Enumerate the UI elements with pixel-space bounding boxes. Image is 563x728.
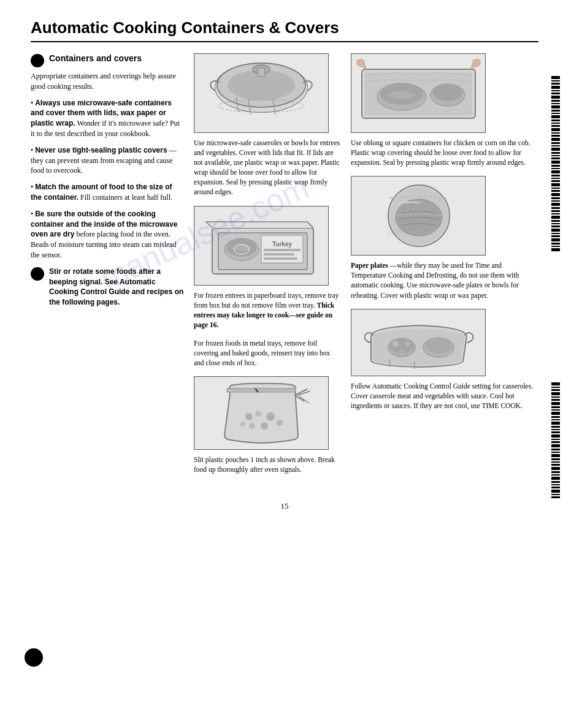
bar (551, 86, 560, 89)
page: Automatic Cooking Containers & Covers Co… (0, 0, 563, 728)
bar (551, 128, 560, 131)
circle-container-image: manualsee (351, 176, 486, 256)
middle-caption-2c: For frozen foods in metal trays, remove … (194, 338, 341, 368)
bar (551, 229, 560, 232)
bar (551, 426, 560, 428)
bar (551, 235, 560, 237)
bar (551, 213, 560, 214)
svg-rect-12 (264, 253, 294, 256)
circle-svg: manualsee (353, 180, 484, 252)
casserole2-svg (353, 312, 484, 373)
bar (551, 406, 560, 408)
bar (551, 494, 560, 495)
bar (551, 119, 560, 121)
bullet5-text: Stir or rotate some foods after a beepin… (49, 267, 183, 306)
bullet-point-1: • Always use microwave-safe containers a… (31, 98, 184, 139)
bar (551, 207, 560, 209)
bar (551, 481, 560, 483)
bar (551, 422, 560, 425)
bag-svg (200, 380, 323, 446)
svg-rect-11 (264, 249, 301, 251)
section-intro: Appropriate containers and coverings hel… (31, 71, 184, 92)
bar (551, 477, 560, 480)
svg-point-30 (433, 84, 462, 101)
bullet-point-2: • Never use tight-sealing plastic covers… (31, 145, 184, 176)
bar (551, 409, 560, 411)
bar (551, 419, 560, 420)
bar (551, 100, 560, 102)
bar (551, 183, 560, 186)
bar (551, 233, 560, 234)
bar (551, 161, 560, 164)
bar (551, 449, 560, 450)
svg-point-18 (245, 413, 253, 420)
bar (551, 83, 560, 85)
bar (551, 496, 560, 498)
bar (551, 246, 560, 247)
bar (551, 487, 560, 488)
bar (551, 402, 560, 405)
turkey-tray-image: Turkey (194, 206, 329, 286)
bullet-point-3: • Match the amount of food to the size o… (31, 182, 184, 203)
bar (551, 387, 560, 388)
bar (551, 76, 560, 79)
bullet3-text: Fill containers at least half full. (80, 193, 172, 202)
bar (551, 138, 560, 141)
bar (551, 464, 560, 466)
chicken-svg (353, 57, 484, 129)
page-number: 15 (31, 501, 538, 511)
bar (551, 484, 560, 485)
middle-caption-3: Slit plastic pouches 1 inch as shown abo… (194, 455, 341, 474)
casserole2-image (351, 309, 486, 376)
bar (551, 382, 560, 385)
bar (551, 467, 560, 470)
section1-header: Containers and covers (31, 53, 184, 67)
bar (551, 243, 560, 245)
bar (551, 178, 560, 179)
bar (551, 458, 560, 460)
bar (551, 396, 560, 398)
bar (551, 441, 560, 443)
bar (551, 142, 560, 144)
left-column: Containers and covers Appropriate contai… (31, 53, 184, 483)
bar (551, 155, 560, 156)
svg-rect-13 (264, 257, 297, 260)
bar (551, 165, 560, 167)
bar (551, 115, 560, 118)
bar (551, 157, 560, 159)
bar (551, 248, 560, 251)
bar (551, 168, 560, 169)
bar (551, 431, 560, 433)
bar (551, 444, 560, 447)
bar (551, 190, 560, 192)
svg-point-41 (425, 338, 452, 354)
bar (551, 220, 560, 222)
bar (551, 145, 560, 146)
bullet2-bold: Never use tight-sealing plastic covers (35, 146, 167, 154)
bar (551, 132, 560, 134)
bottom-bullet-circle (25, 648, 43, 667)
svg-point-23 (240, 422, 245, 427)
right-caption-3: Follow Automatic Cooking Control Guide s… (351, 381, 538, 411)
svg-point-24 (277, 420, 283, 426)
bar (551, 490, 560, 493)
bar (551, 103, 560, 104)
bar (551, 226, 560, 227)
section1-title: Containers and covers (49, 53, 142, 63)
bar (551, 113, 560, 114)
plastic-pouch-image (194, 376, 329, 450)
middle-column: Use microwave-safe casseroles or bowls f… (194, 53, 341, 483)
bar (551, 392, 560, 395)
middle-caption-1: Use microwave-safe casseroles or bowls f… (194, 138, 341, 197)
right-caption-1: Use oblong or square containers for chic… (351, 138, 538, 167)
barcode-top (550, 74, 563, 319)
bar (551, 148, 560, 151)
bar (551, 474, 560, 476)
casserole-svg (200, 57, 323, 129)
bar (551, 452, 560, 453)
svg-point-19 (255, 411, 261, 417)
svg-point-21 (249, 423, 255, 429)
bullet-circle-2 (31, 267, 44, 281)
bar (551, 203, 560, 206)
bar (551, 238, 560, 241)
